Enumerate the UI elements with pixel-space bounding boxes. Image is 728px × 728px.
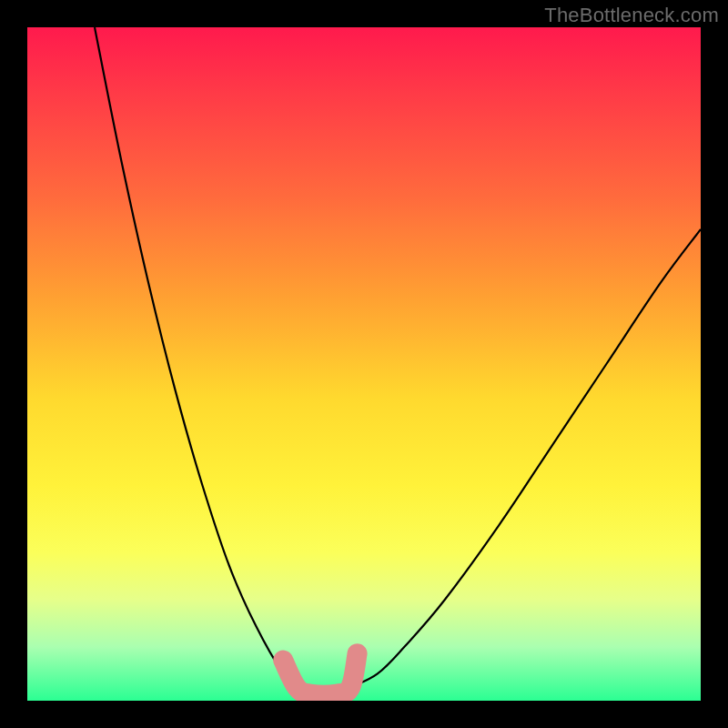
plot-area: [27, 27, 701, 701]
watermark-text: TheBottleneck.com: [544, 4, 719, 27]
right-curve: [350, 229, 701, 687]
left-curve: [95, 27, 297, 687]
chart-frame: TheBottleneck.com: [0, 0, 728, 728]
optimal-range-band: [283, 653, 357, 694]
curves-svg: [27, 27, 701, 701]
